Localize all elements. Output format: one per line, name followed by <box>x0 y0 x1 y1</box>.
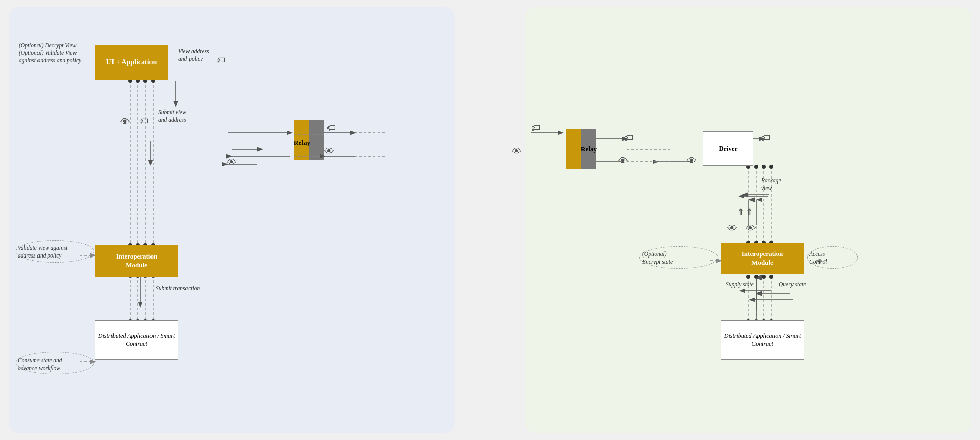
main-container: UI + Application (Optional) Decrypt View… <box>9 7 971 433</box>
svg-point-60 <box>754 275 758 279</box>
right-arrows-svg <box>525 7 971 433</box>
submit-view-label: Submit viewand address <box>158 108 186 124</box>
svg-point-45 <box>754 165 758 169</box>
tag-icon-driver-right: 🏷 <box>761 133 770 143</box>
interop-module-box-right: InteroperationModule <box>721 243 804 274</box>
svg-point-47 <box>769 165 773 169</box>
left-panel: UI + Application (Optional) Decrypt View… <box>9 7 455 433</box>
dapp-box-left: Distributed Application / Smart Contract <box>95 320 178 360</box>
oval-access-control <box>807 246 858 269</box>
eye-icon-interop-left: 👁 <box>727 223 737 234</box>
relay-left-label: Relay <box>581 145 597 153</box>
svg-point-62 <box>769 275 773 279</box>
supply-state-label: Supply state <box>726 281 754 288</box>
oval-encrypt-right <box>639 246 718 269</box>
interop-module-box-left: InteroperationModule <box>95 245 178 277</box>
driver-box: Driver <box>703 131 753 166</box>
svg-point-61 <box>762 275 766 279</box>
right-panel: Relay Driver 🏷 🏷 👁 👁 Packageview ⇑ ⇑ 👁 👁… <box>525 7 971 433</box>
up-arrows-icon: ⇑ ⇑ <box>737 207 752 217</box>
eye-icon-driver-left: 👁 <box>687 155 697 167</box>
oval-consume-left <box>16 352 94 374</box>
eye-icon-1: 👁 <box>120 116 130 128</box>
eye-icon-relay-right: 👁 <box>618 155 628 167</box>
ui-app-box: UI + Application <box>95 45 168 80</box>
eye-icon-relay-left-out: 👁 <box>227 157 237 168</box>
query-state-label: Query state <box>779 281 806 288</box>
tag-icon-relay-right: 🏷 <box>624 133 633 143</box>
svg-point-59 <box>746 275 750 279</box>
oval-validate-left <box>16 240 94 263</box>
dapp-box-right: Distributed Application / Smart Contract <box>721 320 804 360</box>
relay-right-left: Relay <box>566 129 612 169</box>
relay-gold-left <box>566 129 581 169</box>
tag-icon-1: 🏷 <box>216 55 225 66</box>
optional-decrypt-label: (Optional) Decrypt View (Optional) Valid… <box>19 42 94 64</box>
submit-tx-label: Submit transaction <box>156 285 200 292</box>
package-view-label: Packageview <box>761 177 781 192</box>
view-address-label: View addressand policy <box>178 48 234 63</box>
tag-icon-2: 🏷 <box>139 116 148 127</box>
center-relay-container <box>465 7 515 433</box>
eye-icon-interop-right: 👁 <box>746 223 756 234</box>
svg-point-46 <box>762 165 766 169</box>
